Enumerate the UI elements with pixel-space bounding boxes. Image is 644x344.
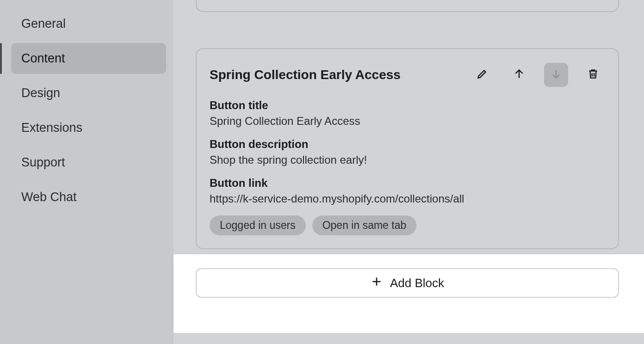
sidebar-item-extensions[interactable]: Extensions <box>11 112 166 143</box>
sidebar-item-label: Web Chat <box>21 190 77 204</box>
pencil-icon <box>476 68 488 82</box>
bottom-panel: Add Block <box>173 254 644 344</box>
delete-button[interactable] <box>581 63 605 87</box>
sidebar-item-label: Extensions <box>21 121 82 135</box>
sidebar-item-general[interactable]: General <box>11 8 166 39</box>
field-value: Shop the spring collection early! <box>210 154 605 166</box>
add-block-button[interactable]: Add Block <box>196 268 619 298</box>
sidebar-item-label: Support <box>21 155 65 169</box>
tag-logged-in-users: Logged in users <box>210 215 306 235</box>
field-value: https://k-service-demo.myshopify.com/col… <box>210 192 605 205</box>
field-button-title: Button title Spring Collection Early Acc… <box>210 99 605 128</box>
field-value: Spring Collection Early Access <box>210 115 605 128</box>
field-button-description: Button description Shop the spring colle… <box>210 138 605 166</box>
field-button-link: Button link https://k-service-demo.mysho… <box>210 177 605 205</box>
sidebar-item-web-chat[interactable]: Web Chat <box>11 182 166 213</box>
block-header: Spring Collection Early Access <box>210 63 605 87</box>
field-label: Button title <box>210 99 605 112</box>
sidebar-item-label: Content <box>21 51 65 65</box>
block-actions <box>470 63 605 87</box>
sidebar-item-support[interactable]: Support <box>11 147 166 178</box>
add-block-label: Add Block <box>390 276 444 290</box>
field-label: Button description <box>210 138 605 151</box>
tag-open-same-tab: Open in same tab <box>312 215 417 235</box>
block-tags: Logged in users Open in same tab <box>210 215 605 235</box>
sidebar-item-label: Design <box>21 86 60 100</box>
sidebar-item-label: General <box>21 17 66 31</box>
plus-icon <box>371 276 383 291</box>
sidebar: General Content Design Extensions Suppor… <box>0 0 173 344</box>
arrow-up-icon <box>513 68 525 82</box>
move-down-button <box>544 63 568 87</box>
block-card: Spring Collection Early Access <box>196 48 619 249</box>
arrow-down-icon <box>550 68 562 82</box>
sidebar-item-content[interactable]: Content <box>11 43 166 74</box>
main-content: Spring Collection Early Access <box>173 0 644 344</box>
previous-block-card <box>196 0 619 12</box>
sidebar-list: General Content Design Extensions Suppor… <box>0 8 173 213</box>
move-up-button[interactable] <box>507 63 531 87</box>
block-title: Spring Collection Early Access <box>210 68 401 82</box>
edit-button[interactable] <box>470 63 494 87</box>
sidebar-item-design[interactable]: Design <box>11 78 166 109</box>
trash-icon <box>587 68 599 82</box>
field-label: Button link <box>210 177 605 190</box>
